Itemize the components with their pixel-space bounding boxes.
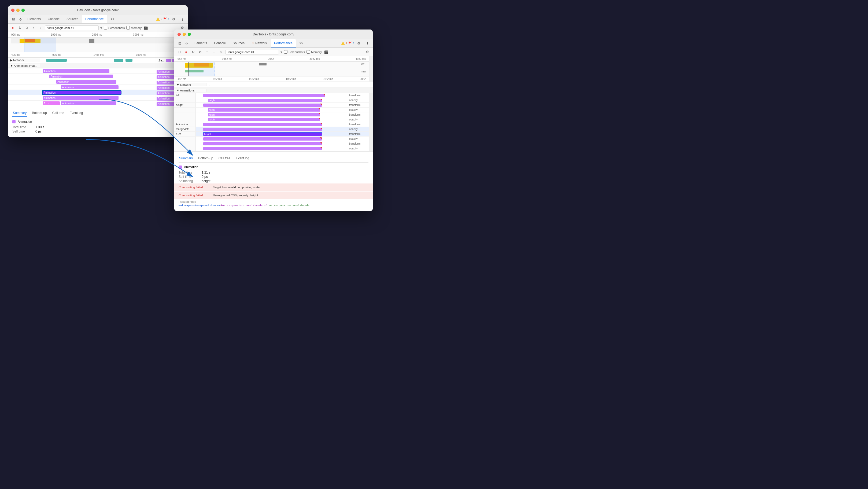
front-minimize-button[interactable] [183, 33, 186, 36]
dropdown-arrow[interactable]: ▾ [100, 26, 102, 30]
front-tab-elements[interactable]: Elements [190, 39, 210, 48]
front-record-button[interactable]: ● [183, 49, 189, 55]
front-url-input[interactable]: fonts.google.com #1 [225, 50, 279, 55]
anim-bar-left[interactable] [203, 94, 325, 97]
back-anim-row-2[interactable]: Animation Animation [8, 79, 188, 85]
front-more-options-icon[interactable]: ⋮ [364, 40, 371, 47]
front-dock-icon[interactable]: ⊡ [177, 40, 183, 47]
front-anim-row-9[interactable]: opacity [174, 136, 373, 141]
anim-bar-margin-left[interactable] [203, 128, 321, 131]
anim-bar-height1[interactable]: height [208, 99, 322, 102]
front-related-node-link[interactable]: mat-expansion-panel-header#mat-expansion… [179, 204, 368, 207]
front-anim-row-tm[interactable]: t...m height transform [174, 132, 373, 136]
front-anim-row-animation[interactable]: Animation transform [174, 122, 373, 127]
anim-bar[interactable]: Animation [56, 80, 116, 84]
anim-bar-height3[interactable]: height [208, 109, 320, 112]
download-button[interactable]: ↓ [38, 25, 43, 31]
anim-bar-animation[interactable] [203, 123, 321, 126]
front-anim-row-margin-left[interactable]: margin-left opacity [174, 127, 373, 132]
tab-event-log[interactable]: Event log [69, 110, 83, 117]
front-screenshots-checkbox-label[interactable]: Screenshots [284, 50, 305, 54]
anim-bar-9[interactable] [203, 137, 321, 141]
front-memory-checkbox-label[interactable]: Memory [307, 50, 322, 54]
anim-bar-11[interactable] [203, 147, 321, 150]
memory-checkbox[interactable] [126, 26, 130, 30]
scrollbar-right-9[interactable] [369, 117, 373, 122]
scrollbar-right-7[interactable] [369, 108, 373, 112]
front-home-button[interactable]: ⌂ [218, 49, 224, 55]
back-timeline-content[interactable] [8, 37, 188, 52]
anim-bar[interactable]: Animation [43, 96, 119, 100]
front-anim-row-height3[interactable]: height opacity [174, 108, 373, 112]
scrollbar-right-13[interactable] [369, 136, 373, 141]
front-rec-settings-icon[interactable]: ⚙ [364, 49, 371, 55]
tab-sources[interactable]: Sources [63, 15, 82, 23]
front-dock-panel-icon[interactable]: ⊡ [177, 49, 182, 55]
reload-button[interactable]: ↻ [17, 25, 23, 31]
upload-button[interactable]: ↑ [31, 25, 36, 31]
front-anim-row-left[interactable]: left transform [174, 93, 373, 98]
scrollbar-right[interactable] [369, 56, 373, 82]
scrollbar-right-5[interactable] [369, 98, 373, 102]
front-anim-row-11[interactable]: opacity [174, 146, 373, 151]
more-options-icon[interactable]: ⋮ [179, 16, 186, 23]
front-clear-button[interactable]: ⊘ [197, 49, 203, 55]
front-anim-row-height1[interactable]: height opacity [174, 98, 373, 103]
screenshots-checkbox[interactable] [104, 26, 107, 30]
front-inspect-icon[interactable]: ⊹ [183, 40, 190, 47]
back-anim-row-0[interactable]: Animation Animation [8, 68, 188, 74]
scrollbar-right-15[interactable] [369, 146, 373, 151]
inspect-icon[interactable]: ⊹ [17, 16, 24, 23]
close-button[interactable] [11, 8, 14, 12]
scrollbar-right-10[interactable] [369, 122, 373, 127]
tab-call-tree[interactable]: Call tree [52, 110, 65, 117]
back-anim-row-3[interactable]: Animation Animation [8, 85, 188, 90]
screenshots-checkbox-label[interactable]: Screenshots [104, 26, 125, 30]
url-input[interactable]: fonts.google.com #1 [45, 26, 99, 30]
scrollbar-right-4[interactable] [369, 93, 373, 98]
front-tab-event-log[interactable]: Event log [235, 155, 250, 162]
clear-button[interactable]: ⊘ [24, 25, 30, 31]
scrollbar-right-11[interactable] [369, 127, 373, 131]
front-tab-summary[interactable]: Summary [179, 155, 193, 162]
scrollbar-right-14[interactable] [369, 141, 373, 146]
front-reload-button[interactable]: ↻ [190, 49, 196, 55]
maximize-button[interactable] [22, 8, 25, 12]
anim-bar-10[interactable] [203, 142, 321, 145]
anim-bar[interactable]: Animation [61, 101, 116, 105]
record-button[interactable]: ● [10, 25, 16, 31]
tab-bottom-up[interactable]: Bottom-up [31, 110, 47, 117]
settings-icon[interactable]: ⚙ [170, 16, 177, 23]
anim-bar[interactable]: Animation [43, 69, 110, 73]
anim-bar-height5[interactable]: height [208, 118, 320, 121]
front-tab-performance[interactable]: Performance [271, 39, 296, 48]
front-memory-checkbox[interactable] [307, 50, 310, 54]
back-anim-row-5[interactable]: Animation Animation [8, 95, 188, 100]
front-tab-console[interactable]: Console [211, 39, 229, 48]
anim-bar[interactable]: Animation [61, 85, 119, 89]
front-anim-row-height5[interactable]: height opacity [174, 117, 373, 122]
front-maximize-button[interactable] [188, 33, 191, 36]
front-tab-more[interactable]: >> [296, 39, 307, 48]
front-tab-sources[interactable]: Sources [229, 39, 248, 48]
back-anim-row-1[interactable]: Animation Animation [8, 74, 188, 79]
front-tab-call-tree[interactable]: Call tree [218, 155, 231, 162]
anim-bar-selected[interactable]: Animation [43, 91, 121, 94]
minimize-button[interactable] [17, 8, 20, 12]
anim-bar-height2[interactable] [203, 103, 321, 107]
anim-bar-small[interactable]: A...n [43, 101, 60, 105]
dock-icon[interactable]: ⊡ [10, 16, 17, 23]
anim-bar-tm-selected[interactable]: height [203, 132, 321, 136]
front-upload-button[interactable]: ↑ [204, 49, 210, 55]
tab-performance[interactable]: Performance [82, 15, 107, 23]
scrollbar-right-12[interactable] [369, 132, 373, 136]
back-anim-row-4[interactable]: Animation Animation [8, 90, 188, 95]
capture-screenshot-icon[interactable]: 🎬 [143, 25, 149, 31]
front-anim-row-height4[interactable]: height transform [174, 112, 373, 117]
memory-checkbox-label[interactable]: Memory [126, 26, 142, 30]
front-download-button[interactable]: ↓ [211, 49, 217, 55]
scrollbar-right-8[interactable] [369, 112, 373, 117]
front-tab-network[interactable]: ⚠ Network [248, 39, 270, 48]
front-timeline-content[interactable]: CPU NET [174, 62, 369, 77]
scrollbar-right-6[interactable] [369, 103, 373, 107]
